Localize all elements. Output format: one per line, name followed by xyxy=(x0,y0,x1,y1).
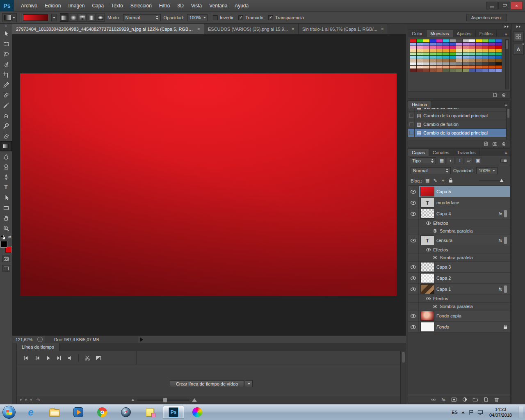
swatch-0-11[interactable] xyxy=(482,39,488,42)
swatch-6-7[interactable] xyxy=(456,59,462,62)
swatch-0-7[interactable] xyxy=(456,39,462,42)
type-tool[interactable]: T xyxy=(0,182,12,192)
swatch-3-6[interactable] xyxy=(450,49,456,52)
taskbar-app-chrome[interactable] xyxy=(91,406,113,419)
eraser-tool[interactable] xyxy=(0,131,12,141)
gradient-type-linear[interactable] xyxy=(60,13,68,22)
eye-icon[interactable] xyxy=(433,256,437,259)
tool-preset-picker[interactable] xyxy=(2,13,17,22)
swatch-3-11[interactable] xyxy=(482,49,488,52)
new-swatch-icon[interactable] xyxy=(492,92,498,98)
menu-vista[interactable]: Vista xyxy=(187,0,205,11)
layer-main[interactable]: Tcensurafx xyxy=(419,235,510,246)
swatch-4-4[interactable] xyxy=(436,52,443,55)
swatch-2-7[interactable] xyxy=(456,46,462,49)
checkbox-tramado-box[interactable]: ✓ xyxy=(238,15,243,20)
quick-selection-tool[interactable] xyxy=(0,59,12,69)
language-indicator[interactable]: ES xyxy=(452,410,458,415)
swatch-8-8[interactable] xyxy=(463,66,469,68)
new-snapshot-icon[interactable] xyxy=(492,141,498,146)
hidden-icons-chevron[interactable] xyxy=(461,411,465,413)
layer-main[interactable]: Capa 2 xyxy=(419,273,510,283)
swatch-7-8[interactable] xyxy=(463,62,469,65)
adjustment-layer-icon[interactable] xyxy=(462,397,468,402)
swatch-7-11[interactable] xyxy=(482,62,488,65)
swatch-2-12[interactable] xyxy=(489,46,495,49)
checkbox-transparencia-box[interactable]: ✓ xyxy=(268,15,273,20)
checkbox-invertir-box[interactable] xyxy=(213,15,218,20)
gradient-type-angle[interactable] xyxy=(78,13,87,22)
swatch-1-13[interactable] xyxy=(495,43,502,46)
start-button[interactable] xyxy=(2,406,16,419)
layer-blend-mode-select[interactable]: Normal xyxy=(411,167,451,174)
swatch-8-10[interactable] xyxy=(476,66,482,68)
swatch-9-0[interactable] xyxy=(410,69,416,72)
swatch-9-10[interactable] xyxy=(476,69,482,72)
swatch-7-5[interactable] xyxy=(443,62,449,65)
swatch-4-1[interactable] xyxy=(417,52,423,55)
swatch-4-5[interactable] xyxy=(443,52,449,55)
swatch-4-0[interactable] xyxy=(410,52,416,55)
menu-archivo[interactable]: Archivo xyxy=(17,0,41,11)
swatch-0-6[interactable] xyxy=(450,39,456,42)
zoom-level-field[interactable]: 121,62% xyxy=(12,337,35,342)
play-button[interactable] xyxy=(42,354,53,363)
eye-icon[interactable] xyxy=(433,305,437,308)
swatch-6-12[interactable] xyxy=(489,59,495,62)
swatch-0-8[interactable] xyxy=(463,39,469,42)
eyedropper-tool[interactable] xyxy=(0,80,12,90)
swatch-5-2[interactable] xyxy=(423,56,429,59)
screen-mode-button[interactable] xyxy=(2,265,10,272)
swatch-2-6[interactable] xyxy=(450,46,456,49)
layer-filter-type-select[interactable]: Tipo xyxy=(410,157,436,164)
taskbar-app-sticky-notes[interactable] xyxy=(139,406,160,419)
panel-close-icon[interactable]: × xyxy=(522,43,524,46)
default-colors-icon[interactable] xyxy=(1,235,5,240)
delete-swatch-icon[interactable] xyxy=(501,92,507,98)
flyout-arrow-icon[interactable]: ↷ xyxy=(37,398,40,402)
checkbox-transparencia[interactable]: ✓Transparencia xyxy=(268,15,304,20)
swatch-1-12[interactable] xyxy=(489,43,495,46)
swatch-5-12[interactable] xyxy=(489,56,495,59)
path-selection-tool[interactable] xyxy=(0,192,12,203)
filter-type-icon[interactable]: T xyxy=(456,157,464,164)
tab-ajustes[interactable]: Ajustes xyxy=(453,30,476,37)
swatch-1-10[interactable] xyxy=(476,43,482,46)
swatch-1-11[interactable] xyxy=(482,43,488,46)
filter-toggle-switch[interactable] xyxy=(500,159,507,163)
tab-capas[interactable]: Capas xyxy=(408,149,429,156)
layer-row-censura[interactable]: Tcensurafx xyxy=(408,235,510,246)
history-source-checkbox[interactable] xyxy=(408,120,415,128)
marquee-tool[interactable] xyxy=(0,39,12,49)
opacity-select[interactable]: 100% xyxy=(187,14,208,21)
swatch-6-5[interactable] xyxy=(443,59,449,62)
visibility-toggle[interactable] xyxy=(408,235,419,246)
swatch-7-6[interactable] xyxy=(450,62,456,65)
action-center-flag-icon[interactable] xyxy=(468,410,474,415)
visibility-toggle[interactable] xyxy=(408,262,419,272)
swatch-5-13[interactable] xyxy=(495,56,502,59)
layer-main[interactable]: Fondo copia xyxy=(419,310,510,321)
swatch-1-0[interactable] xyxy=(410,43,416,46)
visibility-toggle[interactable] xyxy=(408,322,419,332)
swatch-8-4[interactable] xyxy=(436,66,443,68)
layer-group-icon[interactable] xyxy=(472,397,478,402)
swatch-0-9[interactable] xyxy=(469,39,475,42)
swatch-7-13[interactable] xyxy=(495,62,502,65)
visibility-toggle[interactable] xyxy=(408,273,419,283)
layer-row-capa-3[interactable]: Capa 3 xyxy=(408,262,510,273)
create-video-timeline-button[interactable]: Crear línea de tiempo de vídeo xyxy=(170,380,244,387)
gradient-type-radial[interactable] xyxy=(69,13,78,22)
swatch-9-5[interactable] xyxy=(443,69,449,72)
clone-stamp-tool[interactable] xyxy=(0,110,12,121)
swatch-7-7[interactable] xyxy=(456,62,462,65)
hand-tool[interactable] xyxy=(0,213,12,223)
swatch-5-9[interactable] xyxy=(469,56,475,59)
swatch-5-4[interactable] xyxy=(436,56,443,59)
swatch-5-7[interactable] xyxy=(456,56,462,59)
swatch-9-3[interactable] xyxy=(430,69,436,72)
swatch-2-9[interactable] xyxy=(469,46,475,49)
swatch-4-13[interactable] xyxy=(495,52,502,55)
layer-row-fondo[interactable]: Fondo xyxy=(408,322,510,333)
healing-brush-tool[interactable] xyxy=(0,90,12,100)
